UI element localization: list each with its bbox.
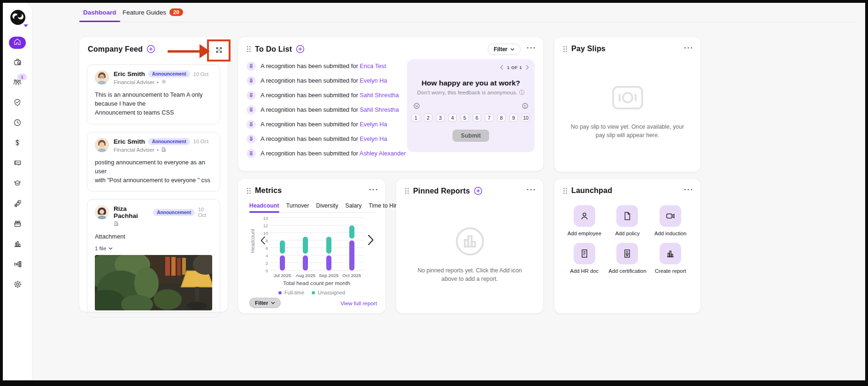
launchpad-create-report[interactable]: Create report — [649, 243, 692, 274]
chart-next-button[interactable] — [368, 234, 374, 247]
drag-handle-icon[interactable] — [246, 46, 251, 53]
drag-handle-icon[interactable] — [563, 46, 568, 53]
sidebar-item-time[interactable] — [9, 117, 26, 130]
annotation-arrow-head — [200, 44, 210, 58]
todo-item[interactable]: A recognition has been submitted for Eve… — [246, 131, 401, 146]
sidebar-item-launch[interactable] — [9, 198, 26, 210]
scale-button-1[interactable]: 1 — [412, 114, 420, 122]
scale-button-3[interactable]: 3 — [436, 114, 445, 122]
metrics-tab-diversity[interactable]: Diversity — [316, 202, 338, 209]
recognition-person-link[interactable]: Evelyn Ha — [360, 121, 387, 128]
file-toggle[interactable]: 1 file — [95, 246, 212, 251]
scale-button-4[interactable]: 4 — [448, 114, 457, 122]
metrics-overflow-menu[interactable]: ··· — [369, 185, 379, 193]
company-logo[interactable] — [9, 9, 28, 30]
survey-pagination: 1 OF 1 — [507, 65, 522, 70]
survey-prev-button[interactable] — [500, 65, 503, 70]
chat-icon — [13, 159, 22, 170]
sidebar-item-reports[interactable] — [9, 239, 26, 251]
recognition-person-link[interactable]: Erica Test — [360, 62, 386, 69]
recognition-person-link[interactable]: Sahil Shrestha — [360, 106, 399, 113]
metrics-tab-time-to-hire[interactable]: Time to Hire — [369, 202, 400, 209]
launchpad-add-hr-doc[interactable]: Add HR doc — [563, 243, 606, 274]
chart-gridline — [271, 217, 363, 218]
bar-chart-icon — [13, 239, 22, 250]
launchpad-add-employee[interactable]: Add employee — [563, 205, 606, 236]
annotation-highlight-box — [207, 39, 230, 62]
dollar-icon — [13, 139, 22, 149]
bar-unassigned — [303, 237, 308, 254]
add-post-button[interactable] — [146, 45, 155, 54]
shield-check-icon — [13, 98, 22, 108]
metrics-tab-turnover[interactable]: Turnover — [286, 202, 309, 209]
avatar — [95, 70, 109, 85]
chart-x-tick-label: Oct 2025 — [342, 273, 361, 278]
todo-item[interactable]: A recognition has been submitted for Sah… — [246, 88, 401, 102]
tab-feature-guides[interactable]: Feature Guides 20 — [123, 3, 183, 22]
todo-item[interactable]: A recognition has been submitted for Eve… — [246, 73, 401, 88]
view-full-report-link[interactable]: View full report — [340, 300, 377, 307]
launchpad-add-certification[interactable]: Add certification — [606, 243, 649, 274]
scale-button-5[interactable]: 5 — [461, 114, 469, 122]
todo-item[interactable]: A recognition has been submitted for Sah… — [246, 102, 401, 117]
pay-slips-title: Pay Slips — [571, 45, 606, 53]
info-icon[interactable]: ⓘ — [519, 89, 525, 96]
todo-item[interactable]: A recognition has been submitted for Ash… — [246, 146, 401, 161]
chart-y-tick: 0 — [266, 268, 268, 273]
scale-button-6[interactable]: 6 — [473, 114, 481, 122]
sidebar-item-people[interactable]: 1 — [9, 77, 26, 89]
todo-item[interactable]: A recognition has been submitted for Eri… — [246, 59, 401, 73]
scale-button-7[interactable]: 7 — [485, 114, 493, 122]
recognition-person-link[interactable]: Evelyn Ha — [360, 77, 387, 84]
add-todo-button[interactable] — [296, 45, 305, 54]
pay-slips-panel: Pay Slips ··· No pay slip to view yet. O… — [554, 37, 700, 172]
scale-button-10[interactable]: 10 — [522, 114, 530, 122]
drag-handle-icon[interactable] — [563, 187, 568, 194]
launchpad-add-induction[interactable]: Add induction — [649, 205, 692, 236]
drag-handle-icon[interactable] — [405, 187, 409, 194]
survey-submit-button[interactable]: Submit — [453, 130, 489, 142]
launchpad-grid: Add employee Add policy Add induction Ad… — [563, 205, 692, 274]
sidebar-item-org-chart[interactable] — [9, 259, 26, 271]
chart-gridline — [271, 225, 363, 225]
sidebar-item-home[interactable] — [9, 37, 26, 49]
sidebar-item-compliance[interactable] — [9, 97, 26, 109]
scale-button-9[interactable]: 9 — [509, 114, 518, 122]
chart-y-tick: 4 — [266, 253, 268, 258]
add-pinned-report-button[interactable] — [474, 186, 483, 195]
scale-button-2[interactable]: 2 — [424, 114, 432, 122]
survey-next-button[interactable] — [526, 65, 529, 70]
recognition-person-link[interactable]: Sahil Shrestha — [360, 92, 399, 99]
metrics-tab-headcount[interactable]: Headcount — [249, 202, 279, 209]
launchpad-add-policy[interactable]: Add policy — [606, 205, 649, 236]
recognition-person-link[interactable]: Evelyn Ha — [360, 135, 387, 142]
recognition-medal-icon — [246, 149, 256, 158]
metrics-tab-salary[interactable]: Salary — [345, 202, 361, 209]
todo-filter-button[interactable]: Filter — [488, 44, 521, 55]
sidebar-item-settings[interactable] — [9, 279, 26, 291]
briefcase-search-icon — [13, 58, 22, 69]
metrics-filter-button[interactable]: Filter — [249, 298, 281, 308]
chart-gridline — [271, 240, 363, 240]
tab-dashboard[interactable]: Dashboard — [83, 3, 116, 22]
sidebar-item-chat[interactable] — [9, 158, 26, 170]
todo-item[interactable]: A recognition has been submitted for Eve… — [246, 117, 401, 131]
launchpad-overflow-menu[interactable]: ··· — [684, 185, 694, 193]
chart-y-ticks: 02468101214 — [256, 218, 268, 270]
expand-feed-button[interactable] — [215, 46, 223, 56]
sidebar-item-benefits[interactable] — [9, 218, 26, 231]
sidebar-item-recruitment[interactable] — [9, 57, 26, 69]
todo-overflow-menu[interactable]: ··· — [527, 44, 537, 52]
sidebar-item-learning[interactable] — [9, 178, 26, 190]
drag-handle-icon[interactable] — [246, 187, 251, 194]
sidebar-item-payroll[interactable] — [9, 138, 26, 150]
scale-button-8[interactable]: 8 — [497, 114, 506, 122]
feed-post: Riza Pachhai Announcement 10 Oct Attachm… — [87, 199, 220, 317]
logo-dropdown-caret-icon[interactable] — [23, 24, 28, 27]
recognition-person-link[interactable]: Ashley Alexander — [360, 150, 406, 157]
post-attachment-image[interactable] — [95, 255, 212, 310]
pinned-reports-overflow-menu[interactable]: ··· — [527, 185, 537, 193]
org-chart-icon — [13, 260, 22, 270]
pay-slips-overflow-menu[interactable]: ··· — [684, 44, 694, 52]
pinned-reports-title: Pinned Reports — [413, 187, 470, 195]
